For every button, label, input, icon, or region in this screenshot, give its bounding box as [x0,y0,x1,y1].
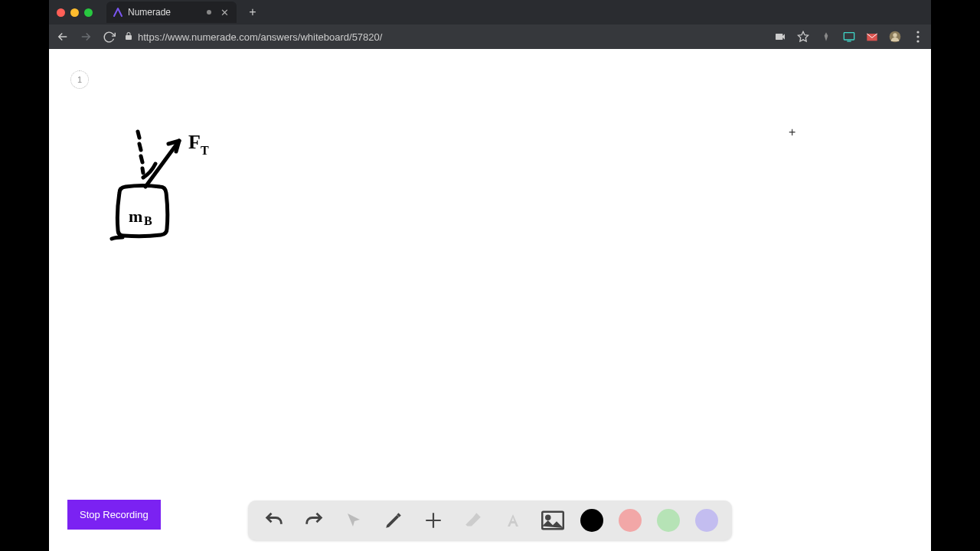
undo-button[interactable] [262,508,286,533]
letterbox-right [931,0,980,551]
nav-back-button[interactable] [55,29,70,44]
browser-tab[interactable]: Numerade ✕ [106,2,237,23]
color-black-swatch[interactable] [580,509,603,532]
titlebar: Numerade ✕ + [49,0,931,24]
window-minimize-icon[interactable] [70,8,79,17]
image-tool-button[interactable] [541,508,565,533]
svg-rect-1 [844,33,854,40]
svg-point-8 [546,516,550,520]
cursor-crosshair-icon: + [789,126,795,139]
color-green-swatch[interactable] [657,509,680,532]
stop-recording-button[interactable]: Stop Recording [67,500,161,530]
bookmark-star-icon[interactable] [796,30,810,44]
nav-forward-button [78,29,93,44]
svg-point-3 [893,33,897,37]
add-tool-button[interactable] [421,508,446,533]
window-maximize-icon[interactable] [84,8,93,17]
url-text: https://www.numerade.com/answers/whitebo… [138,31,382,43]
page-number: 1 [77,75,82,84]
new-tab-button[interactable]: + [244,4,261,21]
tab-favicon-icon [113,7,123,18]
extension-screen-icon[interactable] [842,30,856,44]
browser-menu-icon[interactable] [911,30,925,44]
tab-title: Numerade [128,7,171,18]
nav-reload-button[interactable] [101,29,116,44]
color-purple-swatch[interactable] [695,509,718,532]
browser-actions [773,30,925,44]
pen-tool-button[interactable] [381,508,406,533]
tab-recording-indicator-icon [207,10,211,15]
svg-point-4 [916,31,919,33]
extension-1-icon[interactable] [819,30,833,44]
url-bar: https://www.numerade.com/answers/whitebo… [49,24,931,49]
letterbox-left [0,0,49,551]
svg-point-6 [916,40,919,42]
color-red-swatch[interactable] [619,509,642,532]
camera-icon[interactable] [773,30,787,44]
svg-point-5 [916,35,919,37]
label-force: F [188,131,201,153]
text-tool-button[interactable] [501,508,525,533]
select-tool-button[interactable] [341,508,366,533]
tab-close-icon[interactable]: ✕ [220,7,229,18]
label-mass-sub: B [144,214,152,227]
lock-icon [124,31,133,43]
redo-button[interactable] [302,508,326,533]
page-number-badge[interactable]: 1 [70,70,89,89]
address-bar[interactable]: https://www.numerade.com/answers/whitebo… [124,31,766,43]
user-drawing: m B F T [95,124,233,254]
svg-marker-0 [798,31,808,41]
profile-avatar-icon[interactable] [888,30,902,44]
window-controls [57,8,93,17]
eraser-tool-button[interactable] [461,508,485,533]
extension-mail-icon[interactable] [865,30,879,44]
whiteboard-canvas[interactable]: 1 + m B [49,49,931,551]
drawing-toolbar [248,500,732,540]
window-close-icon[interactable] [57,8,65,17]
browser-window: Numerade ✕ + https://www.numerade.com/an… [49,0,931,551]
label-mass: m [129,207,142,226]
label-force-sub: T [201,144,209,157]
